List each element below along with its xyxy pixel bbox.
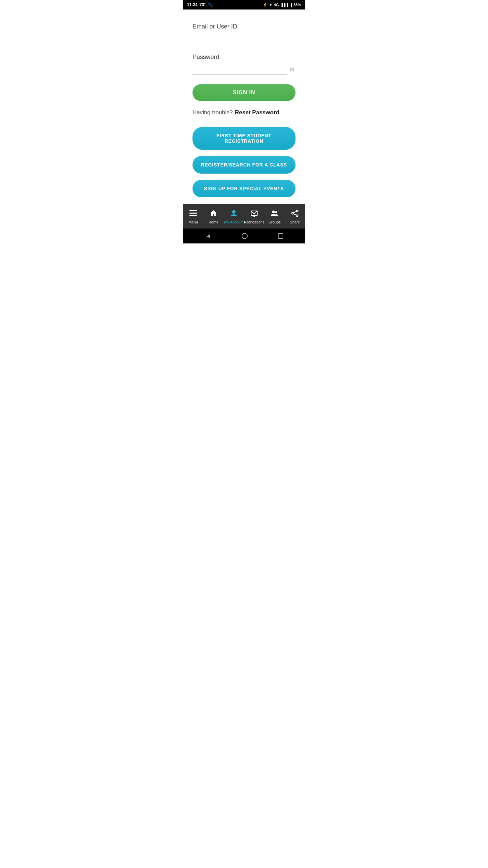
- svg-point-10: [297, 210, 298, 212]
- status-temp: 73°: [200, 2, 206, 7]
- password-input-wrapper: ⊠: [192, 64, 296, 75]
- svg-point-8: [272, 211, 275, 213]
- register-search-class-button[interactable]: REGISTER/SEARCH FOR A CLASS: [192, 156, 296, 174]
- android-home-button[interactable]: [242, 233, 248, 239]
- android-back-button[interactable]: ◄: [205, 233, 211, 239]
- status-right: ⚡ ▼ 4G ▐▐▐ ▐ 88%: [263, 3, 301, 7]
- reset-password-link[interactable]: Reset Password: [235, 109, 279, 116]
- account-icon: [230, 210, 238, 219]
- svg-marker-3: [210, 210, 217, 216]
- nav-item-menu[interactable]: Menu: [183, 210, 203, 224]
- network-icon: 4G: [274, 3, 279, 7]
- svg-rect-0: [189, 210, 197, 211]
- trouble-row: Having trouble? Reset Password: [192, 109, 296, 116]
- email-field-group: Email or User ID: [192, 23, 296, 44]
- groups-icon: [271, 210, 278, 219]
- email-label: Email or User ID: [192, 23, 296, 30]
- nav-label-menu: Menu: [188, 220, 198, 224]
- status-bar: 11:24 73° 🐾 ⚡ ▼ 4G ▐▐▐ ▐ 88%: [183, 0, 305, 9]
- status-time: 11:24: [187, 2, 198, 7]
- battery-icon: ▐: [289, 3, 292, 7]
- password-toggle-icon[interactable]: ⊠: [290, 66, 294, 73]
- svg-line-13: [293, 211, 297, 213]
- nav-item-groups[interactable]: Groups: [264, 210, 285, 224]
- nav-item-home[interactable]: Home: [203, 210, 224, 224]
- nav-item-notifications[interactable]: Notifications: [244, 210, 264, 224]
- nav-label-home: Home: [208, 220, 218, 224]
- wifi-icon: ▼: [269, 3, 272, 7]
- nav-label-notifications: Notifications: [244, 220, 264, 224]
- app-icon: 🐾: [208, 2, 213, 7]
- password-field-group: Password ⊠: [192, 54, 296, 75]
- svg-rect-1: [189, 213, 197, 214]
- svg-point-4: [232, 210, 236, 214]
- nav-item-my-account[interactable]: My Account: [224, 210, 244, 224]
- signal-icon: ▐▐▐: [280, 3, 288, 7]
- nav-item-share[interactable]: Share: [285, 210, 305, 224]
- email-input-wrapper: [192, 34, 296, 44]
- password-label: Password: [192, 54, 296, 61]
- email-input[interactable]: [192, 34, 296, 44]
- password-input[interactable]: [192, 64, 287, 75]
- menu-icon: [189, 210, 197, 219]
- share-icon: [291, 210, 299, 219]
- main-content: Email or User ID Password ⊠ SIGN IN Havi…: [183, 9, 305, 204]
- home-icon: [210, 210, 217, 219]
- svg-rect-2: [189, 215, 197, 216]
- bluetooth-icon: ⚡: [263, 3, 267, 7]
- status-left: 11:24 73° 🐾: [187, 2, 213, 7]
- svg-point-12: [292, 212, 293, 214]
- android-system-bar: ◄: [183, 229, 305, 243]
- action-buttons: FIRST TIME STUDENT REGISTRATION REGISTER…: [192, 127, 296, 197]
- trouble-text: Having trouble?: [192, 109, 233, 116]
- nav-label-groups: Groups: [268, 220, 281, 224]
- notifications-icon: [250, 210, 258, 219]
- sign-up-special-events-button[interactable]: SIGN UP FOR SPECIAL EVENTS: [192, 180, 296, 197]
- svg-line-14: [293, 214, 297, 215]
- android-recents-button[interactable]: [278, 233, 283, 239]
- nav-label-my-account: My Account: [224, 220, 244, 224]
- svg-point-11: [297, 215, 298, 216]
- svg-point-9: [275, 211, 277, 213]
- bottom-nav: Menu Home My Account Notificatio: [183, 204, 305, 229]
- nav-label-share: Share: [290, 220, 300, 224]
- battery-percent: 88%: [293, 3, 301, 7]
- first-time-registration-button[interactable]: FIRST TIME STUDENT REGISTRATION: [192, 127, 296, 150]
- sign-in-button[interactable]: SIGN IN: [192, 84, 296, 101]
